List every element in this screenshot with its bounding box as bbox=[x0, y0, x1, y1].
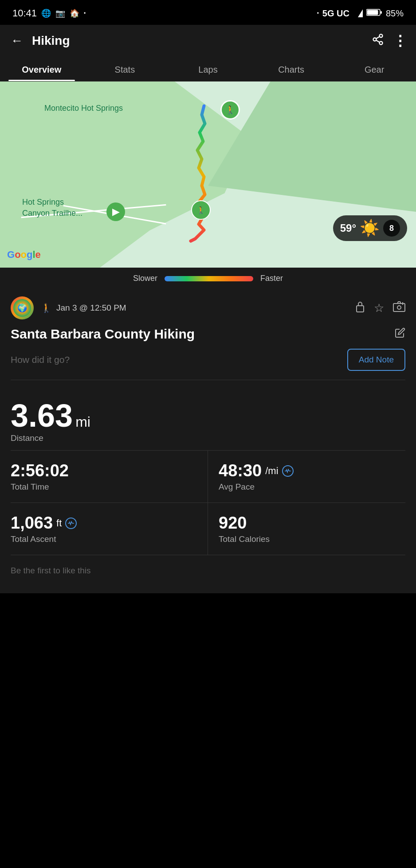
avg-pace-value: 48:30 /mi bbox=[219, 461, 405, 480]
dot-small-icon: • bbox=[317, 10, 319, 16]
svg-line-8 bbox=[376, 40, 380, 42]
map-pin-start: 🚶 bbox=[220, 100, 240, 120]
lock-icon[interactable] bbox=[355, 301, 365, 315]
battery-icon bbox=[366, 8, 382, 19]
svg-rect-4 bbox=[381, 11, 382, 14]
activity-section: 🌍 🚶 Jan 3 @ 12:50 PM ☆ bbox=[0, 289, 416, 593]
total-time-stat: 2:56:02 Total Time bbox=[11, 451, 208, 503]
add-photo-icon[interactable] bbox=[393, 301, 405, 315]
page-title: Hiking bbox=[32, 34, 365, 48]
avg-pace-stat: 48:30 /mi Avg Pace bbox=[208, 451, 405, 503]
svg-line-9 bbox=[376, 36, 380, 39]
svg-rect-3 bbox=[367, 10, 378, 15]
total-ascent-label: Total Ascent bbox=[11, 534, 197, 544]
total-calories-stat: 920 Total Calories bbox=[208, 503, 405, 555]
meta-info: 🚶 Jan 3 @ 12:50 PM bbox=[41, 303, 348, 313]
instagram-icon: 📷 bbox=[55, 8, 65, 18]
total-ascent-unit: ft bbox=[56, 518, 62, 529]
total-time-label: Total Time bbox=[11, 482, 197, 492]
map-label-hotsprings: Hot SpringsCanyon Trailhe... bbox=[22, 197, 82, 219]
distance-label: Distance bbox=[11, 433, 405, 443]
note-area: How did it go? Add Note bbox=[11, 349, 405, 380]
status-bar: 10:41 🌐 📷 🏠 • • 5G UC 85% bbox=[0, 0, 416, 25]
total-ascent-stat: 1,063 ft Total Ascent bbox=[11, 503, 208, 555]
distance-stat: 3.63mi Distance bbox=[11, 389, 405, 451]
avg-pace-info-icon[interactable] bbox=[282, 465, 294, 477]
status-time: 10:41 🌐 📷 🏠 • bbox=[12, 8, 86, 19]
temperature-display: 59° bbox=[340, 222, 356, 234]
map-pin-play: ▶ bbox=[106, 202, 125, 221]
tabs-bar: Overview Stats Laps Charts Gear bbox=[0, 57, 416, 82]
signal-icon bbox=[353, 9, 363, 17]
google-logo: Google bbox=[7, 249, 41, 261]
wind-speed-badge: 8 bbox=[383, 220, 400, 237]
total-ascent-value: 1,063 ft bbox=[11, 514, 197, 533]
distance-value: 3.63 bbox=[11, 398, 73, 433]
avg-pace-unit: /mi bbox=[265, 465, 278, 477]
map-view[interactable]: 🚶 Montecito Hot Springs Hot SpringsCanyo… bbox=[0, 82, 416, 268]
distance-value-row: 3.63mi bbox=[11, 400, 405, 432]
top-nav-bar: ← Hiking ⋮ bbox=[0, 25, 416, 57]
time-display: 10:41 bbox=[12, 8, 37, 19]
speed-legend: Slower Faster bbox=[0, 268, 416, 289]
total-ascent-info-icon[interactable] bbox=[65, 518, 77, 529]
tab-overview[interactable]: Overview bbox=[0, 57, 83, 81]
tab-charts[interactable]: Charts bbox=[250, 57, 333, 81]
speed-gradient-bar bbox=[165, 276, 253, 281]
globe-icon: 🌐 bbox=[41, 8, 51, 18]
slower-label: Slower bbox=[133, 274, 157, 283]
svg-rect-13 bbox=[393, 304, 405, 311]
svg-point-6 bbox=[373, 38, 377, 41]
svg-rect-12 bbox=[357, 306, 364, 312]
avg-pace-label: Avg Pace bbox=[219, 482, 405, 492]
sun-icon: ☀️ bbox=[360, 219, 380, 237]
tab-stats[interactable]: Stats bbox=[83, 57, 167, 81]
weather-badge: 59° ☀️ 8 bbox=[333, 215, 407, 241]
share-button[interactable] bbox=[372, 33, 384, 49]
activity-title-row: Santa Barbara County Hiking bbox=[11, 327, 405, 342]
more-menu-button[interactable]: ⋮ bbox=[393, 32, 407, 49]
svg-point-14 bbox=[397, 306, 401, 309]
activity-type-icon: 🚶 bbox=[41, 303, 52, 313]
dot-icon: • bbox=[84, 10, 86, 16]
edit-button[interactable] bbox=[395, 327, 405, 341]
status-right: • 5G UC 85% bbox=[317, 8, 404, 19]
activity-title: Santa Barbara County Hiking bbox=[11, 327, 195, 342]
tab-laps[interactable]: Laps bbox=[166, 57, 250, 81]
svg-point-5 bbox=[380, 34, 383, 37]
distance-unit: mi bbox=[75, 414, 90, 430]
tab-gear[interactable]: Gear bbox=[333, 57, 416, 81]
activity-timestamp: Jan 3 @ 12:50 PM bbox=[56, 303, 126, 313]
activity-meta-row: 🌍 🚶 Jan 3 @ 12:50 PM ☆ bbox=[11, 296, 405, 319]
faster-label: Faster bbox=[260, 274, 283, 283]
like-text: Be the first to like this bbox=[11, 555, 405, 586]
battery-percent: 85% bbox=[386, 8, 404, 19]
back-button[interactable]: ← bbox=[9, 32, 25, 50]
home-icon: 🏠 bbox=[70, 8, 79, 18]
nav-actions: ⋮ bbox=[372, 32, 407, 49]
add-note-button[interactable]: Add Note bbox=[347, 349, 405, 371]
svg-point-7 bbox=[380, 41, 383, 44]
network-label: 5G UC bbox=[322, 8, 349, 19]
meta-actions: ☆ bbox=[355, 301, 405, 315]
note-placeholder: How did it go? bbox=[11, 354, 70, 365]
svg-text:🌍: 🌍 bbox=[17, 303, 27, 313]
user-avatar: 🌍 bbox=[11, 296, 34, 319]
stats-grid: 2:56:02 Total Time 48:30 /mi Avg Pace 1,… bbox=[11, 451, 405, 555]
total-time-value: 2:56:02 bbox=[11, 461, 197, 480]
total-calories-value: 920 bbox=[219, 514, 405, 533]
star-icon[interactable]: ☆ bbox=[374, 301, 384, 315]
total-calories-label: Total Calories bbox=[219, 534, 405, 544]
map-label-montecito: Montecito Hot Springs bbox=[44, 104, 123, 113]
